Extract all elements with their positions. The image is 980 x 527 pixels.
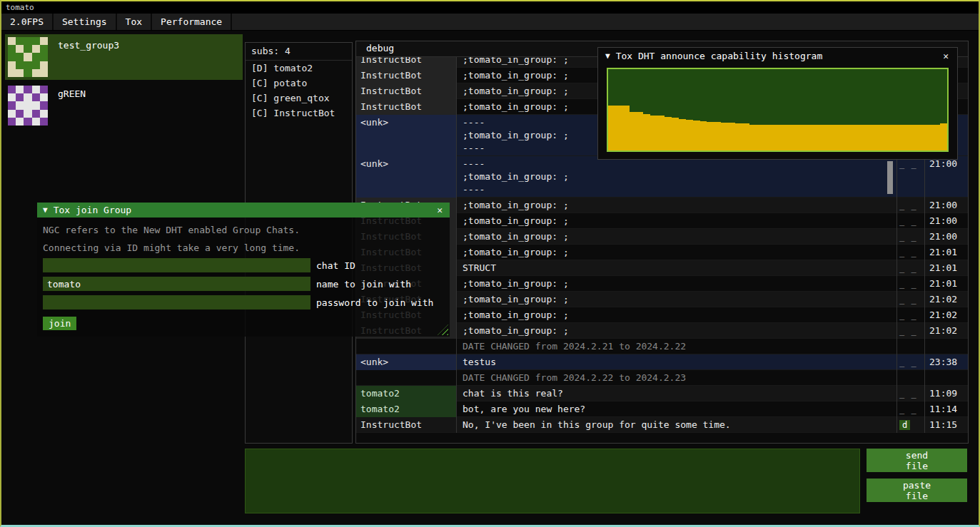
password-to-join-with-label: password to join with [316,297,433,308]
message-author: <unk> [356,115,456,156]
window-titlebar: tomato [1,1,979,14]
message-marks: _ _ [896,276,924,292]
menu-item-tox[interactable]: Tox [117,14,152,30]
histogram-bar [757,125,764,150]
dht-histogram-titlebar[interactable]: ▼ Tox DHT announce capability histogram … [598,48,957,63]
ngc-info-line2: Connecting via ID might take a very long… [43,242,444,254]
message-marks: _ _ [896,213,924,229]
histogram-bar [686,120,693,150]
message-marks: _ _ [896,260,924,276]
histogram-bar [919,125,926,150]
message-author [356,370,456,386]
message-text: ;tomato_in_group: ; [456,229,896,245]
resize-grip-icon[interactable] [438,324,448,335]
message-text: chat is this real? [456,386,896,401]
subs-item-c-potato[interactable]: [C] potato [246,76,352,91]
histogram-bar [904,125,911,150]
message-text: ;tomato_in_group: ; [456,323,896,339]
group-item-green[interactable]: gREEN [5,83,243,128]
histogram-bar [877,125,884,150]
histogram-bar [827,125,834,150]
message-time: 23:38 [924,354,968,370]
message-marks: _ _ [896,229,924,245]
collapse-arrow-icon[interactable]: ▼ [43,205,48,215]
histogram-bar [884,125,891,150]
join-button[interactable]: join [43,317,76,330]
message-marks: _ _ [896,354,924,370]
join-group-titlebar[interactable]: ▼ Tox join Group ✕ [37,203,450,218]
histogram-bar [749,125,757,150]
message-text: ;tomato_in_group: ; [456,198,896,213]
message-author: InstructBot [356,57,456,68]
group-avatar [8,37,48,77]
chat-message-row[interactable]: <unk>---- ;tomato_in_group: ; ----_ _21:… [356,156,968,198]
message-time: 21:00 [924,198,968,213]
chat-message-row[interactable]: InstructBotNo, I've been in this group f… [356,417,968,433]
message-text: STRUCT [456,260,896,276]
message-marks: _ _ [896,156,924,198]
message-time: 21:02 [924,292,968,307]
message-author: InstructBot [356,68,456,83]
histogram-bar [926,125,933,150]
message-time: 21:01 [924,276,968,292]
chat-message-row[interactable]: tomato2bot, are you new here?_ _11:14 [356,401,968,417]
histogram-bar [911,125,919,150]
message-author: InstructBot [356,99,456,115]
chat-message-row[interactable]: DATE CHANGED from 2024.2.22 to 2024.2.23 [356,370,968,386]
message-text: ;tomato_in_group: ; [456,292,896,307]
histogram-bar [820,125,827,150]
join-group-body: NGC refers to the New DHT enabled Group … [37,218,450,337]
name-to-join-with-field[interactable] [43,277,310,291]
chat-scrollbar-thumb[interactable] [887,161,893,194]
subs-item-c-green-qtox[interactable]: [C] green_qtox [246,91,352,106]
menu-bar: 2.0FPSSettingsToxPerformance [1,14,979,31]
message-text: ;tomato_in_group: ; [456,276,896,292]
histogram-bar [806,125,813,150]
message-text: testus [456,354,896,370]
message-time: 21:00 [924,213,968,229]
histogram-bar [650,116,657,150]
menu-item-2-0fps[interactable]: 2.0FPS [1,14,54,30]
message-marks: d [896,417,924,433]
chat-message-row[interactable]: DATE CHANGED from 2024.2.21 to 2024.2.22 [356,339,968,354]
message-marks: _ _ [896,401,924,417]
message-author: InstructBot [356,83,456,99]
collapse-arrow-icon[interactable]: ▼ [605,51,610,61]
menu-item-settings[interactable]: Settings [54,14,117,30]
chat-message-row[interactable]: tomato2chat is this real?_ _11:09 [356,386,968,401]
message-marks: _ _ [896,292,924,307]
histogram-bar [657,116,665,150]
menu-item-performance[interactable]: Performance [152,14,232,30]
histogram-bar [742,123,749,150]
message-text: DATE CHANGED from 2024.2.21 to 2024.2.22 [456,339,896,354]
subs-item-c-instructbot[interactable]: [C] InstructBot [246,106,352,121]
message-time [924,339,968,354]
dht-histogram-title: Tox DHT announce capability histogram [616,51,942,61]
histogram-bar [777,125,784,150]
histogram-bar [770,125,777,150]
message-input[interactable] [245,449,860,513]
join-group-window: ▼ Tox join Group ✕ NGC refers to the New… [37,203,450,337]
histogram-bar [615,106,622,150]
message-marks: _ _ [896,386,924,401]
subs-list: [D] tomato2[C] potato[C] green_qtox[C] I… [246,61,352,121]
histogram-bar [848,125,855,150]
close-icon[interactable]: ✕ [435,205,444,215]
histogram-bar [622,106,630,150]
subs-item-d-tomato2[interactable]: [D] tomato2 [246,61,352,76]
chat-message-row[interactable]: <unk>testus_ _23:38 [356,354,968,370]
paste-file-button[interactable]: pastefile [867,479,967,502]
message-text: ;tomato_in_group: ; [456,245,896,260]
password-to-join-with-field[interactable] [43,295,310,309]
message-author [356,339,456,354]
message-text: DATE CHANGED from 2024.2.22 to 2024.2.23 [456,370,896,386]
subs-header: subs: 4 [246,43,352,61]
send-file-button[interactable]: sendfile [867,449,967,472]
message-marks: _ _ [896,198,924,213]
close-icon[interactable]: ✕ [941,51,950,61]
histogram-bar [869,125,877,150]
histogram-bar [933,125,940,150]
chat-id-field[interactable] [43,258,310,272]
message-time: 21:01 [924,260,968,276]
group-item-test-group3[interactable]: test_group3 [5,34,243,80]
